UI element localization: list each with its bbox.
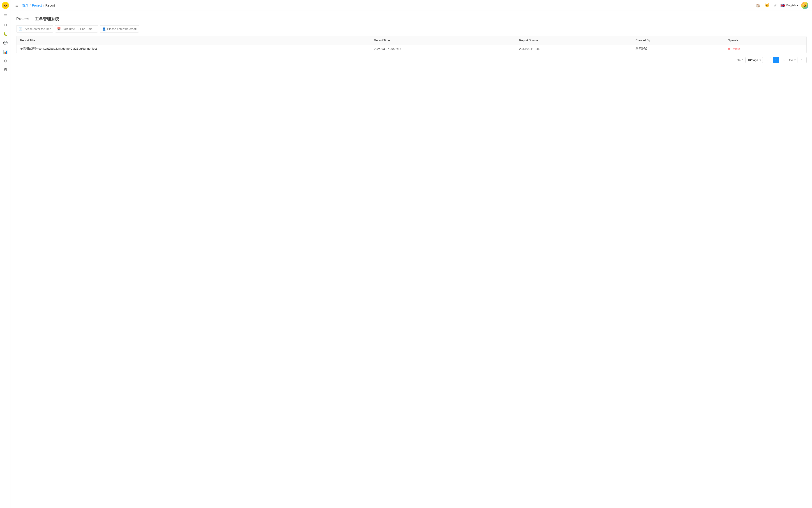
file-icon: 📄 <box>19 27 22 31</box>
per-page-select[interactable]: 10/page 20/page 50/page <box>745 57 763 63</box>
user-icon: 👤 <box>102 27 106 31</box>
goto-label: Go to <box>789 58 796 62</box>
page-number: 1 <box>775 58 777 61</box>
date-range-filter[interactable]: 📅 - <box>55 25 98 33</box>
report-title-filter[interactable]: 📄 <box>16 25 53 33</box>
cell-title: 单元测试报告:com.cat2bug.junit.demo.Cat2BugRun… <box>16 44 370 53</box>
topnav: ☰ 首页 / Project / Report 🏠 🐱 ⤢ 🇬🇧 English… <box>11 0 812 11</box>
cell-created-by: 单元测试 <box>632 44 724 53</box>
sidebar-item-chart[interactable]: 📊 <box>1 48 9 56</box>
next-page-button[interactable]: › <box>781 57 787 63</box>
settings-icon: ⚙ <box>4 59 7 63</box>
pagination: Total 1 10/page 20/page 50/page ‹ 1 › Go… <box>16 57 807 63</box>
home-icon[interactable]: 🏠 <box>755 2 761 8</box>
sidebar-item-list1[interactable]: ☰ <box>1 12 9 20</box>
report-table: Report Title Report Time Report Source C… <box>16 36 807 53</box>
col-report-title: Report Title <box>16 36 370 44</box>
github-icon[interactable]: 🐱 <box>764 2 770 8</box>
menu-toggle-icon: ☰ <box>15 3 18 7</box>
delete-icon: 🗑 <box>728 47 731 50</box>
sidebar-item-chat[interactable]: 💬 <box>1 39 9 47</box>
breadcrumb-project[interactable]: Project <box>32 4 42 7</box>
creator-filter[interactable]: 👤 <box>100 25 139 33</box>
main-area: ☰ 首页 / Project / Report 🏠 🐱 ⤢ 🇬🇧 English… <box>11 0 812 508</box>
list2-icon: ⊟ <box>4 23 7 27</box>
filter-bar: 📄 📅 - 👤 <box>16 25 807 33</box>
creator-input[interactable] <box>107 27 136 31</box>
end-time-input[interactable] <box>80 27 96 31</box>
project-label: Project： <box>16 16 33 22</box>
cell-time: 2024-03-27 00:22:14 <box>370 44 516 53</box>
page-1-button[interactable]: 1 <box>773 57 779 63</box>
col-report-time: Report Time <box>370 36 516 44</box>
fullscreen-icon[interactable]: ⤢ <box>773 2 778 8</box>
sidebar-item-database[interactable]: 🗄 <box>1 66 9 74</box>
table-row: 单元测试报告:com.cat2bug.junit.demo.Cat2BugRun… <box>16 44 806 53</box>
sidebar-item-list2[interactable]: ⊟ <box>1 21 9 29</box>
total-label: Total 1 <box>735 58 744 62</box>
content-area: Project： 工单管理系统 📄 📅 - 👤 <box>11 11 812 508</box>
chevron-down-icon: ▾ <box>797 4 799 7</box>
breadcrumb: 首页 / Project / Report <box>22 3 752 7</box>
sidebar: 😺 ☰ ⊟ 🐛 💬 📊 ⚙ 🗄 <box>0 0 11 508</box>
col-created-by: Created By <box>632 36 724 44</box>
start-time-input[interactable] <box>61 27 77 31</box>
report-title-input[interactable] <box>24 27 51 31</box>
chart-icon: 📊 <box>3 50 8 54</box>
breadcrumb-sep2: / <box>43 4 44 7</box>
sidebar-item-bug[interactable]: 🐛 <box>1 30 9 38</box>
page-header: Project： 工单管理系统 <box>16 16 807 22</box>
breadcrumb-sep1: / <box>30 4 31 7</box>
prev-page-button[interactable]: ‹ <box>765 57 771 63</box>
col-report-source: Report Source <box>516 36 632 44</box>
database-icon: 🗄 <box>4 68 7 72</box>
col-operate: Operate <box>724 36 806 44</box>
calendar-icon: 📅 <box>57 27 61 31</box>
avatar[interactable]: 😺 <box>801 2 808 9</box>
logo: 😺 <box>2 2 9 9</box>
language-flag: 🇬🇧 <box>780 3 785 8</box>
language-selector[interactable]: 🇬🇧 English ▾ <box>780 3 799 8</box>
topnav-right: 🏠 🐱 ⤢ 🇬🇧 English ▾ 😺 <box>755 2 808 9</box>
bug-icon: 🐛 <box>3 32 8 36</box>
delete-label: Delete <box>731 47 740 50</box>
list1-icon: ☰ <box>4 14 7 18</box>
table-header-row: Report Title Report Time Report Source C… <box>16 36 806 44</box>
delete-button[interactable]: 🗑 Delete <box>728 47 740 50</box>
breadcrumb-current: Report <box>45 4 55 7</box>
sidebar-item-settings[interactable]: ⚙ <box>1 57 9 65</box>
prev-icon: ‹ <box>767 58 768 61</box>
goto-wrap: Go to <box>789 57 807 63</box>
language-label: English <box>786 4 796 7</box>
sidebar-toggle-button[interactable]: ☰ <box>14 2 19 8</box>
project-name: 工单管理系统 <box>35 16 59 22</box>
breadcrumb-home[interactable]: 首页 <box>22 3 29 7</box>
next-icon: › <box>783 58 784 61</box>
chat-icon: 💬 <box>3 41 8 45</box>
cell-operate: 🗑 Delete <box>724 44 806 53</box>
date-range-separator: - <box>78 27 79 31</box>
cell-source: 223.104.41.246 <box>516 44 632 53</box>
goto-input[interactable] <box>798 57 807 63</box>
